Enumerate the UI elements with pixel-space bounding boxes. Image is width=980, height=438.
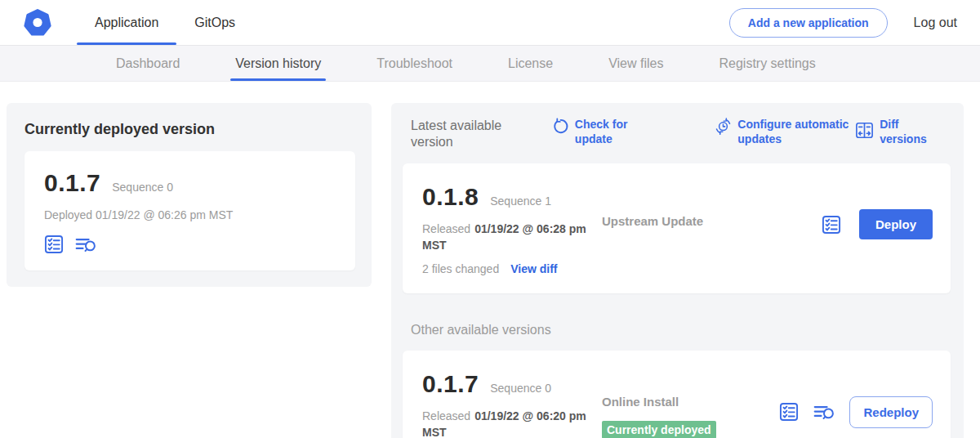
topnav-tabs: Application GitOps — [77, 0, 253, 45]
released-label: Released — [422, 409, 470, 422]
other-sequence-label: Sequence 0 — [490, 382, 551, 395]
other-version-card: 0.1.7 Sequence 0 Released01/19/22 @ 06:2… — [403, 351, 951, 438]
other-version-number: 0.1.7 — [422, 370, 479, 398]
latest-version-card: 0.1.8 Sequence 1 Released01/19/22 @ 06:2… — [403, 163, 951, 293]
check-for-update-link[interactable]: Check for update — [552, 118, 664, 146]
currently-deployed-badge: Currently deployed version — [602, 421, 716, 438]
subnav-tab-dashboard[interactable]: Dashboard — [116, 46, 180, 81]
deployed-version-number: 0.1.7 — [44, 169, 100, 197]
configure-automatic-updates-link[interactable]: Configure automatic updates — [715, 118, 855, 146]
redeploy-button[interactable]: Redeploy — [849, 396, 933, 428]
subnav-tab-registry-settings[interactable]: Registry settings — [719, 46, 815, 81]
deploy-button[interactable]: Deploy — [859, 209, 933, 239]
latest-sequence-label: Sequence 1 — [490, 194, 551, 208]
preflight-checks-icon[interactable] — [44, 235, 64, 254]
logout-link[interactable]: Log out — [914, 16, 957, 30]
main-content: Currently deployed version 0.1.7 Sequenc… — [0, 82, 980, 438]
released-label: Released — [422, 222, 470, 235]
app-sub-nav: Dashboard Version history Troubleshoot L… — [0, 46, 980, 82]
app-logo — [23, 0, 52, 45]
version-source-label: Online Install — [602, 395, 679, 409]
currently-deployed-title: Currently deployed version — [24, 121, 355, 138]
subnav-tab-view-files[interactable]: View files — [608, 46, 663, 81]
diff-versions-link[interactable]: Diff versions — [855, 118, 946, 146]
tab-gitops[interactable]: GitOps — [176, 0, 253, 45]
view-diff-link[interactable]: View diff — [510, 262, 557, 275]
available-versions-panel: Latest available version Check for updat… — [391, 103, 964, 438]
diff-versions-icon — [855, 121, 874, 144]
refresh-icon — [552, 118, 569, 139]
deployed-version-card: 0.1.7 Sequence 0 Deployed 01/19/22 @ 06:… — [24, 151, 355, 270]
files-changed-label: 2 files changed — [422, 262, 499, 275]
top-nav: Application GitOps Add a new application… — [0, 0, 980, 46]
preflight-checks-icon[interactable] — [779, 402, 799, 422]
auto-update-clock-icon — [715, 118, 732, 139]
add-application-button[interactable]: Add a new application — [729, 8, 888, 38]
check-for-update-label: Check for update — [575, 118, 664, 146]
subnav-tab-troubleshoot[interactable]: Troubleshoot — [376, 46, 452, 81]
configure-automatic-updates-label: Configure automatic updates — [737, 118, 855, 146]
tab-application[interactable]: Application — [77, 0, 176, 45]
subnav-tab-license[interactable]: License — [508, 46, 553, 81]
latest-available-title: Latest available version — [411, 118, 529, 150]
view-files-icon[interactable] — [813, 403, 835, 421]
version-source-label: Upstream Update — [602, 214, 703, 228]
diff-versions-label: Diff versions — [880, 118, 946, 146]
deployed-sequence-label: Sequence 0 — [112, 181, 173, 194]
deployed-timestamp: Deployed 01/19/22 @ 06:26 pm MST — [44, 208, 336, 221]
other-available-versions-title: Other available versions — [411, 323, 951, 337]
view-files-icon[interactable] — [75, 235, 96, 253]
latest-version-number: 0.1.8 — [422, 183, 479, 211]
subnav-tab-version-history[interactable]: Version history — [235, 46, 321, 81]
preflight-checks-icon[interactable] — [822, 215, 841, 235]
kots-logo-icon — [23, 8, 52, 38]
currently-deployed-panel: Currently deployed version 0.1.7 Sequenc… — [7, 103, 372, 287]
